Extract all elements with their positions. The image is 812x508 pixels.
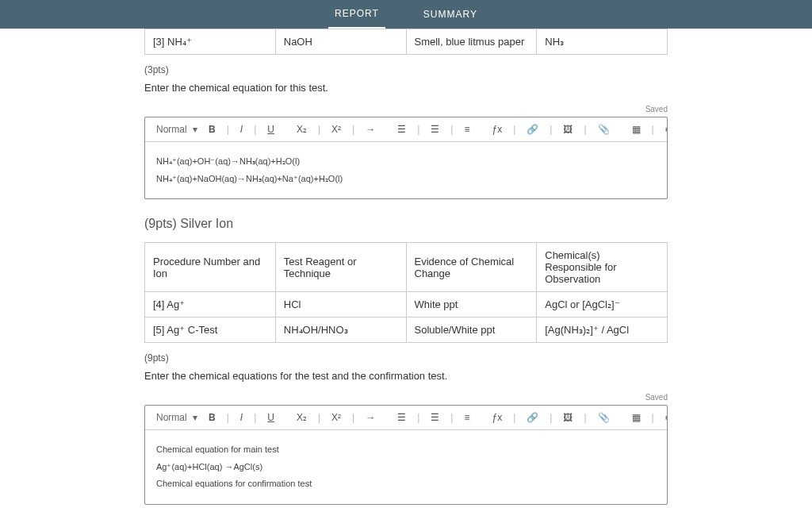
underline-button[interactable]: U	[266, 124, 276, 135]
top-nav: REPORT SUMMARY	[0, 0, 812, 29]
dropdown-icon: ▾	[190, 124, 197, 135]
link-icon[interactable]: 🔗	[525, 124, 540, 135]
superscript-button[interactable]: X²	[330, 124, 343, 135]
editor-line: NH₄⁺(aq)+NaOH(aq)→NH₃(aq)+Na⁺(aq)+H₂O(l)	[156, 172, 656, 187]
rich-text-editor: Normal ▾ B | I | U X₂ | X² | → ☰ | ☰ | ≡…	[144, 117, 668, 199]
editor-content[interactable]: Chemical equation for main test Ag⁺(aq)+…	[145, 430, 667, 504]
align-icon[interactable]: ≡	[462, 124, 471, 135]
col-header: Chemical(s) Responsible for Observation	[537, 243, 668, 292]
fx-button[interactable]: ƒx	[490, 412, 504, 423]
style-label: Normal	[156, 124, 187, 135]
cell-reagent: NaOH	[275, 29, 406, 55]
saved-indicator: Saved	[144, 393, 668, 402]
table-row: [4] Ag⁺ HCl White ppt AgCl or [AgCl₂]⁻	[145, 292, 668, 318]
indent-left-icon[interactable]: ⇤	[664, 124, 667, 135]
main-content: [3] NH₄⁺ NaOH Smell, blue litmus paper N…	[144, 29, 668, 508]
underline-button[interactable]: U	[266, 412, 276, 423]
cell: [4] Ag⁺	[145, 292, 276, 318]
bold-button[interactable]: B	[207, 124, 217, 135]
editor-line: Chemical equation for main test	[156, 443, 656, 457]
editor-line: Ag⁺(aq)+HCl(aq) →AgCl(s)	[156, 460, 656, 475]
subscript-button[interactable]: X₂	[295, 412, 308, 423]
section-points: (9pts)	[144, 217, 177, 230]
points-label: (3pts)	[144, 64, 668, 75]
editor-line: Chemical equations for confirmation test	[156, 477, 656, 491]
list-unordered-icon[interactable]: ☰	[429, 124, 441, 135]
cell: Soluble/White ppt	[406, 318, 537, 343]
style-label: Normal	[156, 412, 187, 423]
col-header: Test Reagent or Technique	[275, 243, 406, 292]
editor-line: NH₄⁺(aq)+OH⁻(aq)→NH₃(aq)+H₂O(l)	[156, 155, 656, 169]
table-row: [3] NH₄⁺ NaOH Smell, blue litmus paper N…	[145, 29, 668, 55]
fx-button[interactable]: ƒx	[490, 124, 504, 135]
points-label: (9pts)	[144, 352, 668, 364]
list-ordered-icon[interactable]: ☰	[396, 412, 408, 423]
cell: HCl	[275, 292, 406, 318]
cell-responsible: NH₃	[537, 29, 668, 55]
image-icon[interactable]: 🖼	[561, 124, 574, 135]
bold-button[interactable]: B	[207, 412, 217, 423]
section-heading: (9pts) Silver Ion	[144, 217, 668, 231]
cell: AgCl or [AgCl₂]⁻	[537, 292, 668, 318]
italic-button[interactable]: I	[239, 124, 244, 135]
section-title: Silver Ion	[180, 217, 233, 230]
link-icon[interactable]: 🔗	[525, 412, 540, 423]
editor-content[interactable]: NH₄⁺(aq)+OH⁻(aq)→NH₃(aq)+H₂O(l) NH₄⁺(aq)…	[145, 142, 667, 198]
editor-toolbar: Normal ▾ B | I | U X₂ | X² | → ☰ | ☰ | ≡…	[145, 406, 667, 430]
indent-left-icon[interactable]: ⇤	[664, 412, 667, 423]
editor-toolbar: Normal ▾ B | I | U X₂ | X² | → ☰ | ☰ | ≡…	[145, 117, 667, 142]
italic-button[interactable]: I	[239, 412, 244, 423]
list-ordered-icon[interactable]: ☰	[396, 124, 408, 135]
arrow-button[interactable]: →	[364, 124, 377, 135]
table-icon[interactable]: ▦	[630, 124, 642, 135]
superscript-button[interactable]: X²	[330, 412, 343, 423]
table-icon[interactable]: ▦	[630, 412, 642, 423]
cell-evidence: Smell, blue litmus paper	[406, 29, 537, 55]
col-header: Procedure Number and Ion	[145, 243, 276, 292]
list-unordered-icon[interactable]: ☰	[429, 412, 441, 423]
question-prompt: Enter the chemical equation for this tes…	[144, 82, 668, 94]
attach-icon[interactable]: 📎	[596, 124, 611, 135]
arrow-button[interactable]: →	[364, 412, 377, 423]
table-header-row: Procedure Number and Ion Test Reagent or…	[145, 243, 668, 292]
subscript-button[interactable]: X₂	[295, 124, 308, 135]
cell: White ppt	[406, 292, 537, 318]
dropdown-icon: ▾	[190, 412, 197, 423]
cell: [5] Ag⁺ C-Test	[145, 318, 276, 343]
cell-proc: [3] NH₄⁺	[145, 29, 276, 55]
ammonium-table-partial: [3] NH₄⁺ NaOH Smell, blue litmus paper N…	[144, 29, 668, 55]
saved-indicator: Saved	[144, 105, 668, 114]
attach-icon[interactable]: 📎	[596, 412, 611, 423]
image-icon[interactable]: 🖼	[561, 412, 574, 423]
table-row: [5] Ag⁺ C-Test NH₄OH/HNO₃ Soluble/White …	[145, 318, 668, 343]
tab-report[interactable]: REPORT	[328, 0, 385, 29]
style-dropdown[interactable]: Normal ▾	[156, 124, 197, 135]
col-header: Evidence of Chemical Change	[406, 243, 537, 292]
style-dropdown[interactable]: Normal ▾	[156, 412, 197, 423]
question-prompt: Enter the chemical equations for the tes…	[144, 370, 668, 382]
cell: NH₄OH/HNO₃	[275, 318, 406, 343]
silver-ion-table: Procedure Number and Ion Test Reagent or…	[144, 242, 668, 343]
rich-text-editor: Normal ▾ B | I | U X₂ | X² | → ☰ | ☰ | ≡…	[144, 405, 668, 505]
cell: [Ag(NH₃)₂]⁺ / AgCl	[537, 318, 668, 343]
align-icon[interactable]: ≡	[462, 412, 471, 423]
tab-summary[interactable]: SUMMARY	[417, 1, 484, 28]
